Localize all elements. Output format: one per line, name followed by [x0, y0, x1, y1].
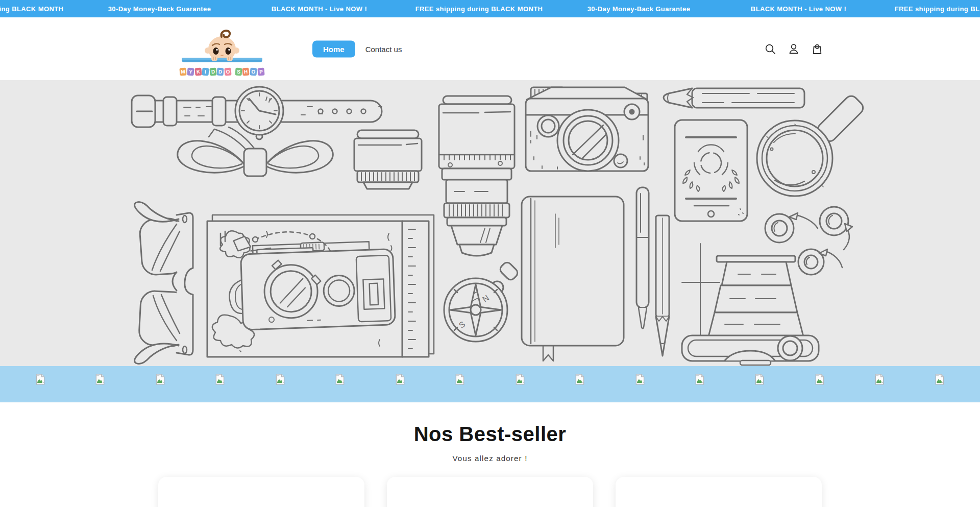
hero-illustration: N S	[0, 80, 980, 366]
wristwatch-art	[132, 87, 382, 139]
notebook-art	[522, 197, 624, 361]
hero-banner: N S	[0, 80, 980, 366]
broken-image-icon	[335, 374, 345, 385]
announcement-item: FREE shipping during BLACK MONTH	[399, 5, 559, 13]
section-title: Nos Best-seller	[0, 423, 980, 446]
product-card-grid	[0, 477, 980, 507]
pencil-art	[664, 88, 804, 108]
camera-lens-art	[354, 130, 422, 189]
magnifying-glass-art	[757, 93, 866, 196]
announcement-item: FREE shipping during BLACK MONTH	[878, 5, 980, 13]
folded-glasses-art	[135, 202, 193, 364]
pencil-vertical-art	[656, 215, 669, 356]
announcement-item: 30-Day Money-Back Guarantee	[80, 5, 239, 13]
logo-wordmark: M Y K I D D O S H O P	[179, 68, 265, 76]
logo-strip	[0, 366, 980, 402]
nav-contact-link[interactable]: Contact us	[365, 44, 402, 53]
broken-image-icon	[875, 374, 884, 385]
logo-letter: K	[194, 67, 202, 76]
logo-letter: P	[257, 67, 264, 76]
slr-camera-art	[526, 87, 648, 171]
logo-letter: Y	[187, 68, 194, 76]
store-logo-link[interactable]: M Y K I D D O S H O P	[179, 28, 265, 76]
search-icon[interactable]	[764, 42, 777, 56]
cart-bag-icon[interactable]	[811, 42, 824, 56]
announcement-track: FREE shipping during BLACK MONTH 30-Day …	[0, 5, 980, 13]
product-card[interactable]	[387, 477, 593, 507]
broken-image-icon	[935, 374, 944, 385]
compass-art: N S	[444, 260, 520, 342]
product-card[interactable]	[158, 477, 364, 507]
broken-image-icon	[276, 374, 285, 385]
broken-image-icon	[95, 374, 105, 385]
product-card[interactable]	[616, 477, 822, 507]
nav-home-link[interactable]: Home	[312, 40, 355, 57]
section-subtitle: Vous allez adorer !	[0, 454, 980, 463]
broken-image-icon	[215, 374, 225, 385]
broken-image-icon	[635, 374, 645, 385]
announcement-item: BLACK MONTH - Live NOW !	[239, 5, 399, 13]
logo-letter: S	[235, 68, 242, 76]
announcement-item: 30-Day Money-Back Guarantee	[559, 5, 719, 13]
broken-image-icon	[695, 374, 704, 385]
broken-image-icon	[455, 374, 464, 385]
broken-image-icon	[36, 374, 45, 385]
pen-art	[636, 187, 649, 329]
logo-letter: D	[209, 67, 216, 76]
baby-logo-image	[179, 28, 265, 65]
logo-letter: O	[224, 67, 231, 76]
main-nav: Home Contact us	[312, 40, 402, 57]
logo-letter: M	[180, 67, 187, 76]
broken-image-icon	[156, 374, 165, 385]
account-icon[interactable]	[787, 42, 800, 56]
passport-art	[675, 120, 747, 221]
logo-letter: I	[202, 68, 209, 76]
broken-image-icon	[755, 374, 764, 385]
announcement-bar: FREE shipping during BLACK MONTH 30-Day …	[0, 0, 980, 17]
announcement-item: FREE shipping during BLACK MONTH	[0, 5, 80, 13]
header-icons	[764, 42, 824, 56]
logo-letter: D	[217, 68, 224, 76]
broken-image-icon	[516, 374, 525, 385]
telephoto-lens-art	[439, 96, 514, 256]
best-sellers-section: Nos Best-seller Vous allez adorer !	[0, 402, 980, 507]
broken-image-icon	[396, 374, 405, 385]
broken-image-icon	[815, 374, 824, 385]
site-header: M Y K I D D O S H O P Home Contact us	[0, 17, 980, 80]
logo-letter: O	[250, 68, 257, 76]
broken-image-icon	[575, 374, 584, 385]
logo-letter: H	[242, 67, 250, 76]
announcement-item: BLACK MONTH - Live NOW !	[719, 5, 878, 13]
